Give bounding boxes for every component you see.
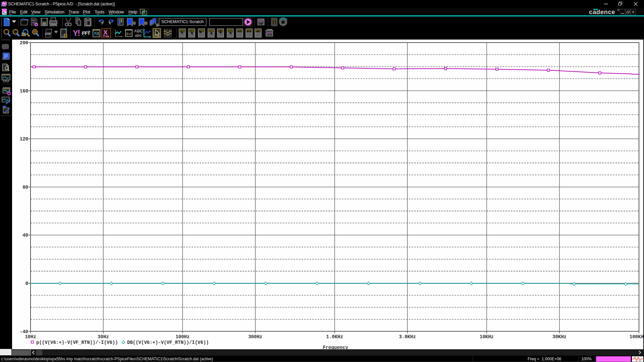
svg-text:cadence: cadence [589,8,615,15]
svg-text:200: 200 [20,40,28,46]
svg-text:®: ® [617,8,620,12]
svg-text:0: 0 [25,281,28,286]
svg-text:120: 120 [20,136,28,142]
svg-text:Y: Y [73,29,78,38]
svg-text:300Hz: 300Hz [248,334,262,340]
svg-text:p((V(V6:+)-V(VF_RTN))/-I(V6)): p((V(V6:+)-V(VF_RTN))/-I(V6)) [36,340,118,345]
svg-text:001: 001 [32,19,36,22]
svg-text:-40: -40 [20,329,28,335]
svg-text:N: N [94,31,98,36]
svg-text:1.0KHz: 1.0KHz [326,334,343,340]
svg-text:abc: abc [135,33,142,38]
svg-text:30Hz: 30Hz [98,334,109,340]
svg-text:160: 160 [20,88,28,94]
svg-text:X: X [103,29,108,36]
svg-text:10Hz: 10Hz [25,334,36,340]
svg-text:80: 80 [22,185,28,190]
svg-text:f(x): f(x) [126,32,131,36]
svg-text:100KHz: 100KHz [630,334,643,340]
svg-text:3.0KHz: 3.0KHz [399,334,416,340]
svg-text:100Hz: 100Hz [175,334,190,340]
svg-text:30KHz: 30KHz [552,334,567,340]
svg-text:10KHz: 10KHz [480,334,494,340]
svg-text:DB((V(V6:+)-V(VF_RTN))/I(V6)): DB((V(V6:+)-V(VF_RTN))/I(V6)) [127,340,209,345]
svg-text:ABC: ABC [134,29,143,34]
svg-text:FFT: FFT [82,30,90,36]
svg-text:Frequency: Frequency [323,345,348,350]
svg-text:40: 40 [22,233,28,238]
